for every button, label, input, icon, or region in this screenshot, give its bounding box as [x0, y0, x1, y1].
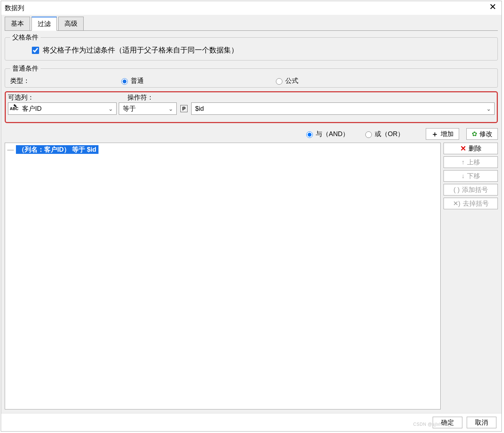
arrow-down-icon: ↓ [462, 172, 465, 180]
type-label: 类型： [10, 76, 119, 85]
arrow-up-icon: ↑ [462, 159, 465, 166]
chevron-down-icon[interactable]: ⌄ [166, 105, 175, 112]
titlebar: 数据列 ✕ [1, 1, 501, 15]
chevron-down-icon[interactable]: ⌄ [484, 105, 493, 112]
logic-row: 与（AND） 或（OR） ＋ 增加 ✿ 修改 [5, 127, 498, 143]
condition-editor-highlight: 可选列： 操作符： ABC 客户ID ⌄ 等于 ⌄ P $id ⌄ [5, 91, 498, 123]
column-label: 可选列： [8, 93, 127, 102]
cancel-button[interactable]: 取消 [467, 417, 496, 428]
tab-filter[interactable]: 过滤 [32, 17, 57, 31]
parent-condition-group: 父格条件 将父格子作为过滤条件（适用于父子格来自于同一个数据集） [5, 33, 498, 60]
remove-paren-icon: ✕) [453, 199, 461, 207]
tab-bar: 基本 过滤 高级 [1, 15, 501, 31]
data-column-dialog: 数据列 ✕ 基本 过滤 高级 父格条件 将父格子作为过滤条件（适用于父子格来自于… [1, 1, 502, 432]
delete-button[interactable]: ✕ 删除 [444, 143, 498, 154]
condition-item-label: （列名：客户ID） 等于 $id [16, 145, 98, 154]
watermark: CSDN @sjlxhxsr_ [413, 422, 451, 427]
conditions-area: — （列名：客户ID） 等于 $id ✕ 删除 ↑ 上移 ↓ 下移 [5, 143, 498, 409]
add-paren-button[interactable]: ( ) 添加括号 [444, 184, 498, 196]
close-icon[interactable]: ✕ [487, 3, 499, 11]
normal-condition-group: 普通条件 类型： 普通 公式 [5, 64, 498, 88]
normal-condition-legend: 普通条件 [10, 64, 41, 73]
conditions-list[interactable]: — （列名：客户ID） 等于 $id [5, 143, 441, 409]
plus-icon: ＋ [431, 129, 438, 139]
value-combo[interactable]: $id ⌄ [191, 102, 495, 115]
abc-icon: ABC [10, 106, 20, 111]
edit-button[interactable]: ✿ 修改 [466, 128, 498, 140]
value-value: $id [193, 105, 484, 113]
side-buttons: ✕ 删除 ↑ 上移 ↓ 下移 ( ) 添加括号 ✕) 去掉括号 [444, 143, 498, 409]
parent-condition-legend: 父格条件 [10, 33, 41, 42]
logic-or-radio[interactable]: 或（OR） [364, 130, 404, 138]
remove-paren-button[interactable]: ✕) 去掉括号 [444, 198, 498, 209]
column-combo[interactable]: ABC 客户ID ⌄ [8, 102, 117, 115]
operator-value: 等于 [121, 104, 166, 113]
operator-label: 操作符： [127, 93, 189, 102]
move-up-button[interactable]: ↑ 上移 [444, 156, 498, 168]
move-down-button[interactable]: ↓ 下移 [444, 170, 498, 182]
condition-item[interactable]: — （列名：客户ID） 等于 $id [7, 145, 438, 154]
chevron-down-icon[interactable]: ⌄ [106, 105, 115, 112]
parameter-icon[interactable]: P [180, 105, 188, 112]
operator-combo[interactable]: 等于 ⌄ [119, 102, 177, 115]
tab-content-filter: 父格条件 将父格子作为过滤条件（适用于父子格来自于同一个数据集） 普通条件 类型… [1, 31, 501, 413]
tab-advanced[interactable]: 高级 [58, 17, 84, 31]
tree-expander-icon: — [7, 146, 14, 154]
parent-as-filter-checkbox[interactable] [32, 47, 39, 54]
x-icon: ✕ [460, 144, 466, 153]
column-value: 客户ID [20, 104, 106, 113]
tab-basic[interactable]: 基本 [5, 17, 30, 31]
type-formula-radio[interactable]: 公式 [274, 76, 298, 85]
dialog-title: 数据列 [5, 4, 24, 12]
type-normal-radio[interactable]: 普通 [119, 76, 144, 85]
add-button[interactable]: ＋ 增加 [426, 128, 459, 140]
paren-icon: ( ) [454, 186, 460, 194]
logic-and-radio[interactable]: 与（AND） [304, 130, 349, 138]
parent-as-filter-label: 将父格子作为过滤条件（适用于父子格来自于同一个数据集） [43, 45, 238, 55]
gear-icon: ✿ [472, 130, 477, 138]
